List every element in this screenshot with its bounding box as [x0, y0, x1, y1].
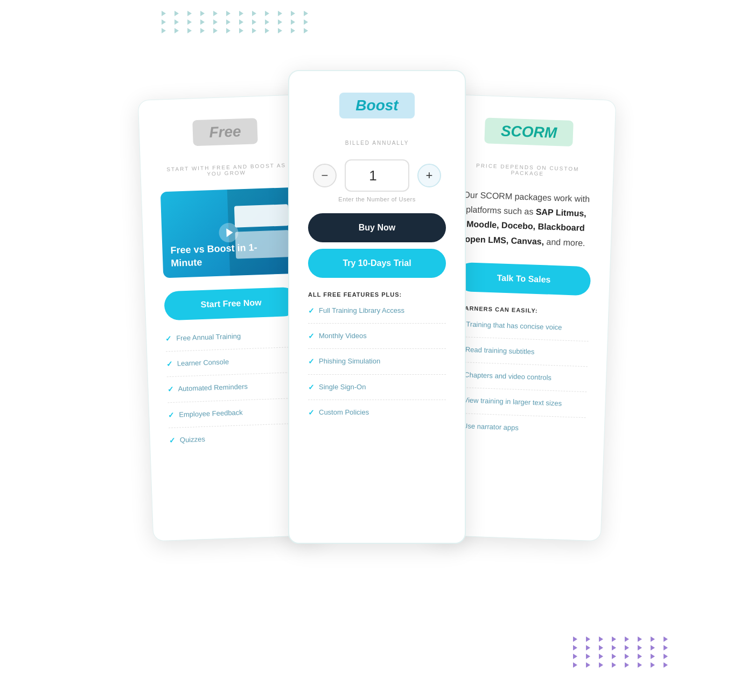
free-plan-subtitle: START WITH FREE AND BOOST AS YOU GROW [159, 162, 294, 179]
free-features-list: ✓ Free Annual Training ✓ Learner Console… [165, 330, 303, 453]
check-icon: ✓ [166, 360, 173, 368]
check-icon: ✓ [308, 332, 315, 340]
check-icon: ✓ [308, 383, 315, 391]
feature-text: Automated Reminders [178, 382, 248, 394]
feature-text: Use narrator apps [463, 421, 519, 433]
check-icon: ✓ [167, 385, 174, 394]
scorm-features-title: LEARNERS CAN EASILY: [456, 304, 589, 316]
buy-now-button[interactable]: Buy Now [308, 213, 446, 242]
check-icon: ✓ [308, 306, 315, 315]
list-item: ✓ Automated Reminders [167, 380, 301, 403]
feature-text: Single Sign-On [319, 382, 366, 392]
feature-text: Free Annual Training [176, 331, 241, 343]
list-item: ✓ Use narrator apps [451, 421, 585, 443]
feature-text: Monthly Videos [319, 331, 367, 341]
boost-features-list: ALL FREE FEATURES PLUS: ✓ Full Training … [308, 291, 446, 425]
user-counter: − + [308, 159, 446, 192]
list-item: ✓ Training that has concise voice [455, 319, 589, 341]
list-item: ✓ Employee Feedback [168, 405, 302, 428]
check-icon: ✓ [168, 410, 175, 419]
list-item: ✓ Phishing Simulation [308, 356, 446, 374]
check-icon: ✓ [308, 357, 315, 366]
talk-to-sales-button[interactable]: Talk To Sales [457, 262, 591, 296]
cards-container: Free START WITH FREE AND BOOST AS YOU GR… [135, 54, 619, 646]
boost-plan-badge: Boost [339, 93, 414, 118]
list-item: ✓ Read training subtitles [454, 345, 588, 367]
boost-features-title: ALL FREE FEATURES PLUS: [308, 291, 446, 298]
boost-billing-label: BILLED ANNUALLY [308, 140, 446, 146]
decorative-dots-teal-top [162, 11, 313, 33]
scorm-description: Our SCORM packages work with platforms s… [458, 187, 594, 250]
free-video-thumbnail[interactable]: Free vs Boost in 1-Minute [160, 187, 297, 278]
list-item: ✓ Monthly Videos [308, 331, 446, 349]
counter-label: Enter the Number of Users [308, 196, 446, 202]
feature-text: Learner Console [177, 357, 229, 369]
list-item: ✓ Single Sign-On [308, 382, 446, 400]
feature-text: Read training subtitles [465, 345, 535, 357]
list-item: ✓ Chapters and video controls [453, 370, 587, 393]
feature-text: View training in larger text sizes [463, 396, 562, 409]
feature-text: Full Training Library Access [319, 306, 404, 316]
check-icon: ✓ [308, 408, 315, 417]
overlay-image-1 [234, 204, 289, 227]
list-item: ✓ Free Annual Training [165, 330, 299, 352]
free-plan-badge: Free [193, 118, 258, 146]
feature-text: Quizzes [180, 435, 206, 445]
list-item: ✓ Custom Policies [308, 408, 446, 425]
trial-button[interactable]: Try 10-Days Trial [308, 249, 446, 278]
feature-text: Custom Policies [319, 408, 369, 417]
list-item: ✓ Full Training Library Access [308, 306, 446, 324]
start-free-button[interactable]: Start Free Now [164, 287, 298, 321]
scorm-plan-badge: SCORM [484, 117, 574, 146]
video-title: Free vs Boost in 1-Minute [170, 240, 288, 269]
feature-text: Employee Feedback [179, 408, 243, 419]
check-icon: ✓ [169, 436, 176, 445]
user-count-input[interactable] [345, 159, 409, 192]
feature-text: Phishing Simulation [319, 356, 380, 366]
feature-text: Training that has concise voice [466, 319, 562, 332]
scorm-features-list: LEARNERS CAN EASILY: ✓ Training that has… [451, 304, 590, 442]
list-item: ✓ Quizzes [169, 431, 303, 453]
scorm-plan-subtitle: PRICE DEPENDS ON CUSTOM PACKAGE [460, 162, 595, 179]
list-item: ✓ Learner Console [166, 355, 301, 377]
decrement-button[interactable]: − [313, 164, 337, 187]
check-icon: ✓ [165, 334, 172, 343]
feature-text: Chapters and video controls [464, 370, 551, 383]
list-item: ✓ View training in larger text sizes [452, 395, 587, 418]
increment-button[interactable]: + [417, 164, 441, 187]
card-boost: Boost BILLED ANNUALLY − + Enter the Numb… [288, 70, 466, 544]
page-wrapper: Free START WITH FREE AND BOOST AS YOU GR… [0, 0, 754, 700]
